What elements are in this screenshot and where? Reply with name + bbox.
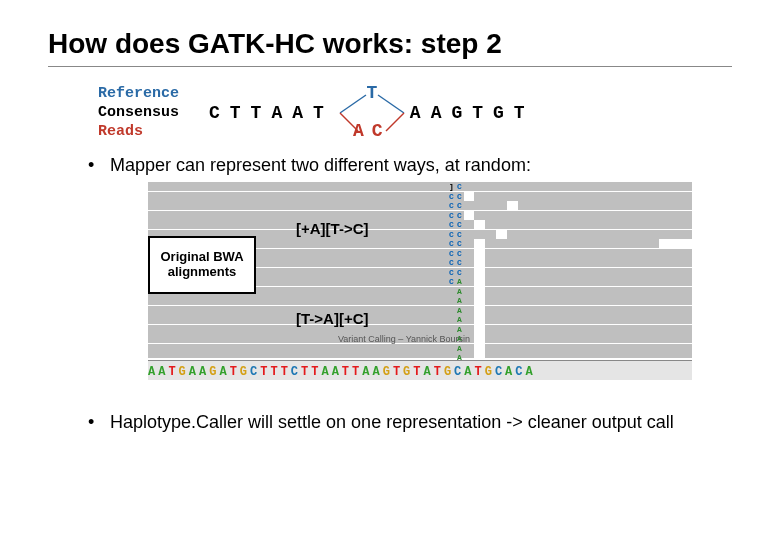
read-row — [148, 182, 485, 191]
read-row — [485, 325, 692, 334]
legend-reads: Reads — [98, 123, 179, 142]
variant-column-1: ]CCCCCCCCCC — [448, 182, 455, 287]
cigar-bottom: [T->A][+C] — [296, 310, 369, 327]
read-row — [518, 201, 692, 210]
read-row — [485, 277, 692, 286]
read-row — [148, 296, 474, 305]
read-row — [485, 258, 692, 267]
read-row — [485, 220, 692, 229]
bullet-haplotypecaller: • Haplotype.Caller will settle on one re… — [88, 412, 732, 433]
top-branch-graph: CTTAAT T AC AAGTGT — [209, 89, 535, 137]
branch-icon: T AC — [336, 89, 408, 137]
read-row — [485, 239, 659, 248]
bullet-mapper: • Mapper can represent two different way… — [88, 155, 732, 176]
read-row — [485, 249, 692, 258]
branch-bottom-bases: AC — [353, 121, 391, 141]
read-row — [485, 306, 692, 315]
page-title: How does GATK-HC works: step 2 — [0, 0, 780, 62]
read-row — [485, 353, 692, 358]
legend-consensus: Consensus — [98, 104, 179, 123]
ref-axis-seq: AATGAAGATGCTTTCTTAATTAAGTGTATGCATGCACA — [148, 365, 692, 379]
read-row — [485, 268, 692, 277]
read-row — [485, 287, 692, 296]
branch-top-base: T — [366, 83, 377, 103]
bullet-mapper-text: Mapper can represent two different ways,… — [110, 155, 531, 176]
bullet-dot-icon: • — [88, 155, 110, 176]
alignment-diagram: ]CCCCCCCCCC CCCCCCCCCCAAAAAAAAA Original… — [148, 182, 692, 392]
read-row — [148, 192, 464, 201]
bullet-haplotypecaller-text: Haplotype.Caller will settle on one repr… — [110, 412, 674, 433]
cigar-top: [+A][T->C] — [296, 220, 369, 237]
legend: Reference Consensus Reads — [98, 85, 179, 141]
slide-content: Reference Consensus Reads CTTAAT T AC AA… — [0, 67, 780, 433]
read-row — [485, 182, 692, 191]
read-row — [507, 230, 692, 239]
read-row — [148, 211, 464, 220]
read-row — [474, 211, 692, 220]
read-row — [485, 315, 692, 324]
read-row — [148, 353, 474, 358]
read-row — [474, 192, 692, 201]
seq-left: CTTAAT — [209, 103, 334, 123]
read-row — [485, 334, 692, 343]
bullet-dot-icon: • — [88, 412, 110, 433]
legend-reference: Reference — [98, 85, 179, 104]
top-graph-area: Reference Consensus Reads CTTAAT T AC AA… — [98, 85, 732, 141]
footer-attribution: Variant Calling – Yannick Boursin — [338, 334, 470, 344]
bwa-alignments-label: Original BWA alignments — [148, 236, 256, 294]
read-row — [148, 344, 474, 353]
seq-right: AAGTGT — [410, 103, 535, 123]
read-row — [485, 344, 692, 353]
read-row — [485, 296, 692, 305]
